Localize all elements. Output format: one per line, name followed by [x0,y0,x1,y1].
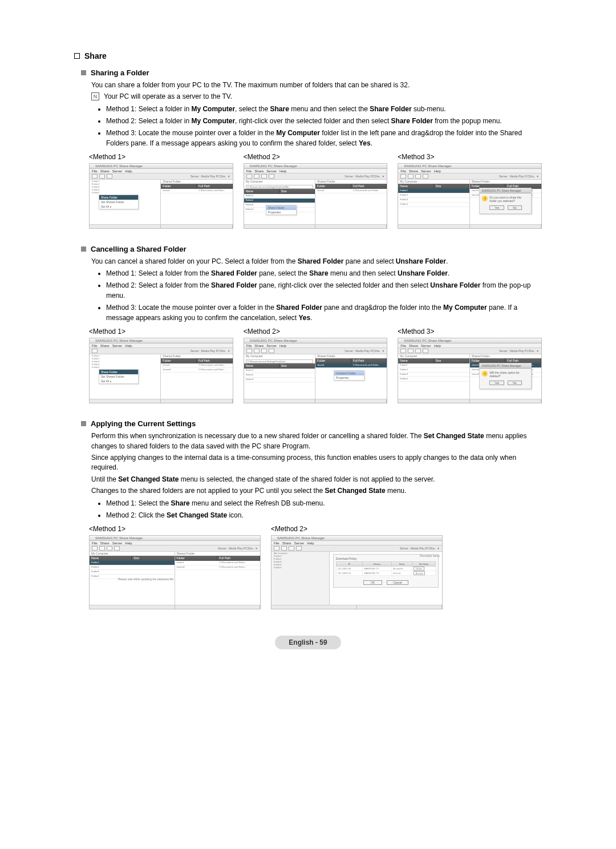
screenshot-cancel-method2: SAMSUNG PC Share Manager FileShareServer… [244,338,388,403]
cancel-methods-row: <Method 1> SAMSUNG PC Share Manager File… [89,326,542,403]
apply-p2: Since applying changes to the internal d… [91,453,542,473]
menu-item-unshare-folder[interactable]: Unshare Folder [334,371,364,375]
subsection-sharing: Sharing a Folder You can share a folder … [81,68,542,229]
note-icon: N [91,92,99,100]
share-dropdown-menu[interactable]: Share Folder Set Shared Folder Set All ▸ [99,195,139,209]
status-bar [90,224,233,228]
server-indicator: Server : Media Play PCSha.. ▼ [191,175,233,178]
screenshot-share-method1: SAMSUNG PC Share Manager File Share Serv… [89,163,233,229]
screenshot-share-method3: SAMSUNG PC Share Manager FileShareServer… [398,163,542,229]
yes-button[interactable]: Yes [489,205,504,210]
toolbar-button[interactable] [99,174,105,179]
scan-message: Please wait while updating the database … [118,577,174,581]
folder-list: Folder1 Folder2 Folder3 Folder4 Folder5 [90,180,160,194]
sharing-m2: Method 2: Select a folder in My Computer… [106,116,542,126]
right-pane-shared: Shared Folder FolderFull Path sharedC:\D… [161,180,232,224]
toolbar-button[interactable] [92,174,98,179]
sub-header: Sharing a Folder [81,68,542,77]
menu-item-properties[interactable]: Properties [334,375,364,380]
screenshot-share-method2: SAMSUNG PC Share Manager FileShareServer… [244,163,388,229]
ok-button[interactable]: OK [363,580,382,585]
window-title: SAMSUNG PC Share Manager [90,164,233,169]
method-label: <Method 3> [398,153,542,161]
screenshot-cancel-method1: SAMSUNG PC Share Manager FileShareServer… [89,338,233,403]
subsection-cancelling: Cancelling a Shared Folder You can cance… [81,245,542,403]
menu-item-share-folder[interactable]: Share Folder [266,205,296,210]
menu-help[interactable]: Help [125,169,132,173]
accept-button[interactable]: Accept [414,571,425,575]
sub-title: Sharing a Folder [91,68,149,77]
toolbar: Server : Media Play PCSha.. ▼ [90,173,233,180]
table-row: 192.168.0.10 SAMSUNG TV Denied Accept [336,571,435,575]
subsection-applying: Applying the Current Settings Perform th… [81,419,542,609]
note-line: N Your PC will operate as a server to th… [91,92,542,102]
yes-button[interactable]: Yes [489,381,504,385]
menu-item[interactable]: Set All ▸ [99,204,138,209]
menu-file[interactable]: File [92,169,98,173]
method-label: <Method 1> [89,153,233,161]
warning-icon: ! [482,371,488,377]
menu-item-properties[interactable]: Properties [266,210,296,215]
sharing-method1-block: <Method 1> SAMSUNG PC Share Manager File… [89,152,233,229]
share-dropdown-menu[interactable]: Share Folder Set Shared Folder Set All ▸ [99,369,139,384]
screenshot-apply-method2: SAMSUNG PC Share Manager FileShareServer… [271,535,443,609]
permit-table: IP Device State Set State 192.168.0.39 S… [336,561,436,576]
sub-bullet [81,70,86,75]
section-header: Share [74,51,542,60]
left-pane-mycomputer: Share Folder Set Shared Folder Set All ▸… [90,180,161,224]
table-row: 192.168.0.39 SAMSUNG TV Accepted Delete [336,566,435,571]
menu-item-share-folder[interactable]: Share Folder [99,195,138,200]
footer: English - 59 [74,636,542,649]
apply-p4: Changes to the shared folders are not ap… [91,486,542,496]
no-button[interactable]: No [508,381,521,385]
menu-server[interactable]: Server [112,169,123,173]
cancel-bullets: Method 1: Select a folder from the Share… [106,268,542,323]
context-menu[interactable]: Share Folder Properties [266,205,297,215]
sharing-m1: Method 1: Select a folder in My Computer… [106,104,542,114]
no-button[interactable]: No [508,205,521,210]
cancel-button[interactable]: Cancel [387,580,408,585]
confirm-dialog: SAMSUNG PC Share Manager ! Do you want t… [479,188,532,214]
permit-items-label: Permitted Items [420,554,440,557]
menu-share[interactable]: Share [100,169,110,173]
sharing-bullets: Method 1: Select a folder in My Computer… [106,104,542,148]
method-label: <Method 2> [244,153,388,161]
context-menu[interactable]: Unshare Folder Properties [334,370,364,381]
apply-p3: Until the Set Changed State menu is sele… [91,475,542,484]
menu-item[interactable]: Set Shared Folder [99,200,138,204]
screenshot-cancel-method3: SAMSUNG PC Share Manager FileShareServer… [398,338,542,403]
delete-button[interactable]: Delete [414,567,425,571]
permit-title: Download Policy [336,557,436,561]
sharing-m3: Method 3: Locate the mouse pointer over … [106,128,542,148]
page-number: English - 59 [275,636,341,649]
sharing-method3-block: <Method 3> SAMSUNG PC Share Manager File… [398,152,542,229]
sharing-method2-block: <Method 2> SAMSUNG PC Share Manager File… [244,152,388,229]
note-text: Your PC will operate as a server to the … [104,92,232,102]
screenshot-apply-method1: SAMSUNG PC Share Manager FileShareServer… [89,535,261,609]
sharing-methods-row: <Method 1> SAMSUNG PC Share Manager File… [89,152,542,229]
warning-icon: ! [482,196,488,201]
section-title: Share [84,51,107,60]
apply-bullets: Method 1: Select the Share menu and sele… [106,498,542,520]
menubar: File Share Server Help [90,169,233,173]
cancel-intro: You can cancel a shared folder on your P… [91,257,542,266]
sharing-p1: You can share a folder from your PC to t… [91,80,542,90]
apply-methods-row: <Method 1> SAMSUNG PC Share Manager File… [89,524,443,609]
section-bullet-box [74,53,80,59]
toolbar-button[interactable] [107,174,112,179]
confirm-dialog: SAMSUNG PC Share Manager ! Will the shar… [479,363,532,389]
apply-p1: Perform this when synchronization is nec… [91,431,542,451]
